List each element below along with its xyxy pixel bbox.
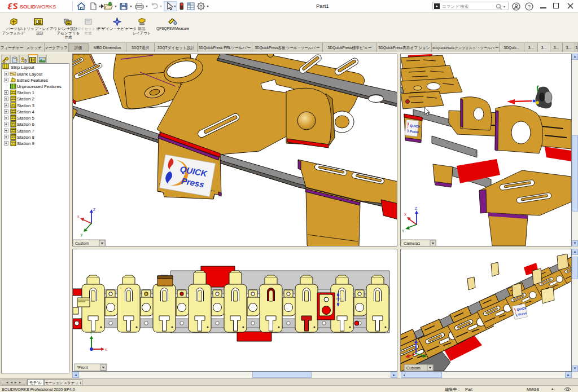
svg-text:?: ? xyxy=(528,3,531,10)
svg-text:X: X xyxy=(404,213,407,217)
svg-text:Station 7: Station 7 xyxy=(17,129,34,134)
svg-text:Y: Y xyxy=(90,331,93,335)
svg-text:*Front: *Front xyxy=(77,365,88,370)
svg-text:Custom: Custom xyxy=(75,241,89,246)
svg-text:SOLID: SOLID xyxy=(20,4,36,10)
svg-text:Y: Y xyxy=(402,229,405,233)
svg-text:Camera1: Camera1 xyxy=(404,241,421,246)
svg-text:Station 9: Station 9 xyxy=(17,141,34,146)
svg-text:Z: Z xyxy=(415,206,417,210)
svg-text:Station 1: Station 1 xyxy=(17,90,34,95)
svg-text:Blank Layout: Blank Layout xyxy=(17,72,43,77)
svg-text:Station 3: Station 3 xyxy=(17,103,34,108)
svg-text:Z: Z xyxy=(93,208,95,212)
svg-text:Edited Features: Edited Features xyxy=(17,78,48,83)
svg-text:Station 8: Station 8 xyxy=(17,135,34,140)
svg-text:Strip Layout: Strip Layout xyxy=(11,65,34,70)
svg-text:Station 2: Station 2 xyxy=(17,96,34,102)
svg-text:x: x xyxy=(105,347,107,351)
svg-text:Station 4: Station 4 xyxy=(17,109,34,114)
svg-text:Station 6: Station 6 xyxy=(17,122,34,127)
svg-text:y: y xyxy=(81,232,83,237)
svg-text:x: x xyxy=(77,214,80,218)
svg-text:Z: Z xyxy=(414,335,417,339)
svg-text:Station 5: Station 5 xyxy=(17,116,34,121)
svg-text:Custom: Custom xyxy=(406,365,421,371)
svg-text:WORKS: WORKS xyxy=(36,4,56,10)
svg-text:Unprocessed Features: Unprocessed Features xyxy=(17,84,62,89)
